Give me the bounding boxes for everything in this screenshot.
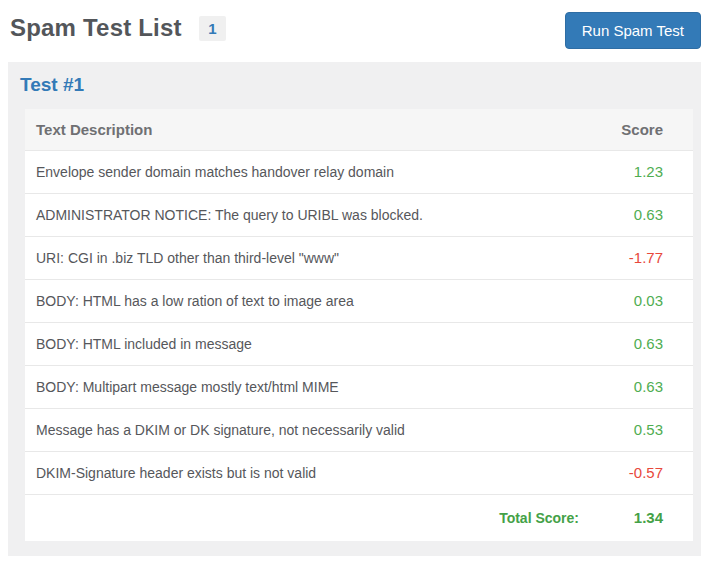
row-score: 1.23 bbox=[591, 150, 693, 193]
table-row: BODY: HTML has a low ration of text to i… bbox=[25, 279, 693, 322]
page-header: Spam Test List 1 Run Spam Test bbox=[0, 0, 709, 62]
total-score-label: Total Score: bbox=[25, 494, 591, 541]
table-row: Envelope sender domain matches handover … bbox=[25, 150, 693, 193]
total-score-value: 1.34 bbox=[591, 494, 693, 541]
table-row: BODY: Multipart message mostly text/html… bbox=[25, 365, 693, 408]
column-header-score: Score bbox=[591, 109, 693, 150]
table-row: DKIM-Signature header exists but is not … bbox=[25, 451, 693, 494]
total-score-row: Total Score: 1.34 bbox=[25, 494, 693, 541]
test-panel-heading: Test #1 bbox=[8, 62, 701, 109]
table-header-row: Text Description Score bbox=[25, 109, 693, 150]
spam-score-table: Text Description Score Envelope sender d… bbox=[25, 109, 693, 541]
table-row: Message has a DKIM or DK signature, not … bbox=[25, 408, 693, 451]
row-description: BODY: Multipart message mostly text/html… bbox=[25, 365, 591, 408]
run-spam-test-button[interactable]: Run Spam Test bbox=[565, 12, 701, 49]
row-score: 0.63 bbox=[591, 365, 693, 408]
column-header-description: Text Description bbox=[25, 109, 591, 150]
page-title: Spam Test List bbox=[10, 14, 182, 42]
row-score: 0.63 bbox=[591, 193, 693, 236]
table-row: BODY: HTML included in message 0.63 bbox=[25, 322, 693, 365]
row-description: Envelope sender domain matches handover … bbox=[25, 150, 591, 193]
test-panel: Test #1 Text Description Score Envelope … bbox=[8, 62, 701, 556]
row-description: ADMINISTRATOR NOTICE: The query to URIBL… bbox=[25, 193, 591, 236]
table-row: URI: CGI in .biz TLD other than third-le… bbox=[25, 236, 693, 279]
row-description: URI: CGI in .biz TLD other than third-le… bbox=[25, 236, 591, 279]
row-description: Message has a DKIM or DK signature, not … bbox=[25, 408, 591, 451]
row-description: BODY: HTML has a low ration of text to i… bbox=[25, 279, 591, 322]
row-score: 0.03 bbox=[591, 279, 693, 322]
row-description: BODY: HTML included in message bbox=[25, 322, 591, 365]
row-score: -1.77 bbox=[591, 236, 693, 279]
row-description: DKIM-Signature header exists but is not … bbox=[25, 451, 591, 494]
table-row: ADMINISTRATOR NOTICE: The query to URIBL… bbox=[25, 193, 693, 236]
row-score: 0.63 bbox=[591, 322, 693, 365]
row-score: 0.53 bbox=[591, 408, 693, 451]
spam-test-table-body: Envelope sender domain matches handover … bbox=[25, 150, 693, 541]
score-table-wrapper: Text Description Score Envelope sender d… bbox=[8, 109, 701, 541]
test-count-badge: 1 bbox=[199, 16, 225, 41]
row-score: -0.57 bbox=[591, 451, 693, 494]
